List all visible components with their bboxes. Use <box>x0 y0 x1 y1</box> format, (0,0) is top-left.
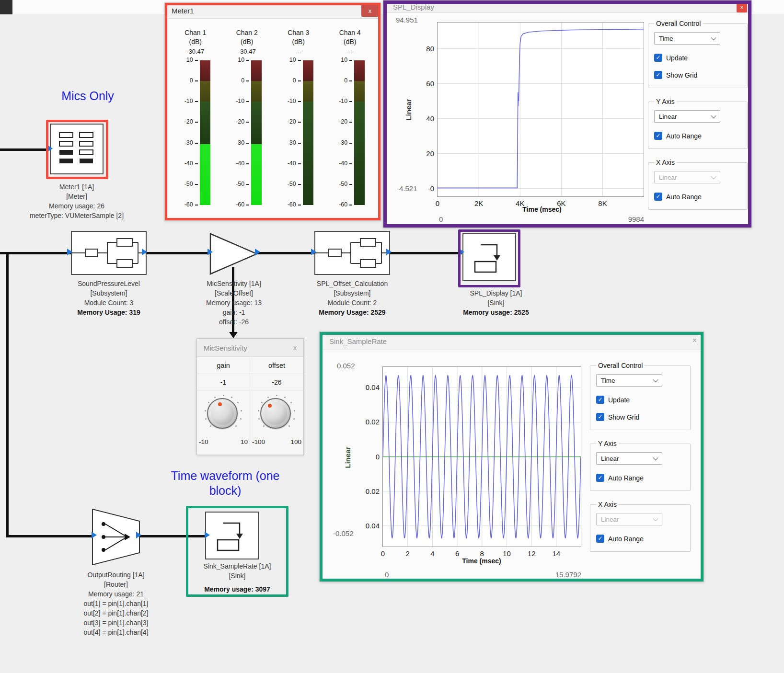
block-meter1[interactable] <box>50 124 104 174</box>
knob-value: -26 <box>250 374 303 390</box>
sink-samplerate-window: Sink_SampleRate × 0.052 -0.052 Linear 0.… <box>319 331 704 582</box>
y-axis-scale-dropdown[interactable]: Linear <box>596 452 662 465</box>
y-max-readout: 0.052 <box>337 362 355 370</box>
y-axis-title: Linear <box>404 99 413 120</box>
y-axis-scale-dropdown[interactable]: Linear <box>654 110 720 123</box>
input-port-icon <box>67 249 72 255</box>
block-sink-samplerate[interactable] <box>205 512 259 559</box>
knob-indicator <box>218 402 222 406</box>
sink-plot-canvas <box>383 367 581 547</box>
x-start-readout: 0 <box>385 570 389 579</box>
micsensitivity-window-titlebar[interactable]: MicSensitivity x <box>197 339 303 357</box>
input-port-icon <box>47 145 53 152</box>
x-end-readout: 9984 <box>609 215 644 223</box>
close-button[interactable]: x <box>361 5 379 17</box>
knob-indicator <box>268 404 272 408</box>
sink-samplerate-window-titlebar[interactable]: Sink_SampleRate × <box>320 332 703 350</box>
update-checkbox[interactable]: ✓ Update <box>596 396 684 404</box>
output-port-icon <box>142 249 147 255</box>
y-auto-range-checkbox[interactable]: ✓ Auto Range <box>654 132 741 140</box>
overall-control-group: Overall Control Time ✓ Update ✓ Show Gri… <box>590 362 691 430</box>
overall-control-legend: Overall Control <box>596 362 645 369</box>
wire <box>256 252 315 254</box>
wire <box>138 535 207 537</box>
chevron-down-icon <box>711 174 716 179</box>
y-auto-range-checkbox[interactable]: ✓ Auto Range <box>596 474 684 482</box>
channel-value: --- <box>347 48 353 57</box>
time-display-dropdown[interactable]: Time <box>654 32 720 45</box>
y-axis-legend: Y Axis <box>596 440 619 447</box>
spl-display-block-label: SPL_Display [1A][Sink]Memory usage: 2525 <box>453 288 539 317</box>
knob-min: -10 <box>199 438 208 445</box>
block-spl-display[interactable] <box>462 233 516 281</box>
block-mic-sensitivity[interactable] <box>209 233 258 275</box>
checkbox-label: Show Grid <box>666 71 697 79</box>
block-spl-offset-calculation[interactable] <box>314 231 390 275</box>
wire <box>145 252 211 254</box>
output-port-icon <box>136 532 141 538</box>
gain-knob[interactable] <box>207 398 238 429</box>
input-port-icon <box>459 249 464 255</box>
checkbox-checked-icon: ✓ <box>596 474 604 482</box>
spl-display-window-titlebar[interactable]: SPL_Display × <box>383 0 751 13</box>
checkbox-checked-icon: ✓ <box>596 396 604 404</box>
spl-control-panel: Overall Control Time ✓ Update ✓ Show Gri… <box>648 20 748 210</box>
offset-knob[interactable] <box>260 398 291 429</box>
meter1-window-titlebar[interactable]: Meter1 x <box>165 3 380 19</box>
chevron-down-icon <box>653 516 658 521</box>
dropdown-value: Time <box>601 377 615 384</box>
block-output-routing[interactable] <box>92 509 140 565</box>
x-auto-range-checkbox[interactable]: ✓ Auto Range <box>596 535 684 543</box>
meter-bar <box>303 60 313 205</box>
input-port-icon <box>92 532 97 538</box>
checkbox-checked-icon: ✓ <box>596 535 604 543</box>
block-sound-pressure-level[interactable] <box>71 231 147 275</box>
dropdown-value: Linear <box>601 455 619 462</box>
y-axis-title: Linear <box>344 446 352 468</box>
show-grid-checkbox[interactable]: ✓ Show Grid <box>596 413 684 421</box>
x-axis-scale-dropdown[interactable]: Linear <box>596 513 662 525</box>
sink-icon <box>207 513 257 558</box>
channel-name: Chan 4(dB) <box>339 28 361 46</box>
sink-control-panel: Overall Control Time ✓ Update ✓ Show Gri… <box>590 362 691 552</box>
update-checkbox[interactable]: ✓ Update <box>654 54 741 62</box>
wire <box>0 148 48 151</box>
y-min-readout: -4.521 <box>397 184 417 193</box>
y-max-readout: 94.951 <box>396 16 418 24</box>
show-grid-checkbox[interactable]: ✓ Show Grid <box>654 71 741 79</box>
checkbox-checked-icon: ✓ <box>596 413 604 421</box>
sound-pressure-level-block-label: SoundPressureLevel[Subsystem]Module Coun… <box>61 279 157 317</box>
dropdown-value: Linear <box>601 516 619 523</box>
time-waveform-label: Time waveform (one block) <box>153 468 297 498</box>
meter-channel: Chan 1(dB)-30.47100-10-20-30-40-50-60 <box>170 28 221 210</box>
sink-icon <box>464 235 514 279</box>
meter-channel: Chan 2(dB)-30.47100-10-20-30-40-50-60 <box>221 28 273 210</box>
time-display-dropdown[interactable]: Time <box>596 374 662 387</box>
channel-value: --- <box>295 48 301 57</box>
inspector-arrow-head-icon <box>229 332 238 338</box>
knob-min: -100 <box>252 438 265 445</box>
channel-name: Chan 2(dB) <box>236 28 258 46</box>
dropdown-value: Linear <box>659 113 677 120</box>
x-auto-range-checkbox[interactable]: ✓ Auto Range <box>654 193 741 201</box>
spl-plot-canvas <box>438 23 644 196</box>
close-button[interactable]: x <box>293 343 297 353</box>
close-button[interactable]: × <box>692 336 697 345</box>
x-axis-group: X Axis Linear ✓ Auto Range <box>648 159 748 210</box>
canvas-corner-patch <box>0 0 12 14</box>
close-button[interactable]: × <box>737 3 747 12</box>
mic-sensitivity-block-label: MicSensitivity [1A][ScaleOffset]Memory u… <box>191 279 277 327</box>
checkbox-label: Update <box>666 54 688 62</box>
scale-offset-triangle-icon <box>210 234 257 274</box>
window-title: Meter1 <box>172 7 194 15</box>
meter1-window: Meter1 x Chan 1(dB)-30.47100-10-20-30-40… <box>164 2 381 221</box>
y-axis-legend: Y Axis <box>654 98 677 105</box>
dropdown-value: Linear <box>659 174 677 181</box>
chevron-down-icon <box>711 113 716 118</box>
x-axis-scale-dropdown[interactable]: Linear <box>654 171 720 183</box>
meter-bar <box>354 60 365 205</box>
dropdown-value: Time <box>659 35 673 42</box>
knob-max: 100 <box>290 438 301 445</box>
y-min-readout: -0.052 <box>333 529 354 537</box>
checkbox-checked-icon: ✓ <box>654 193 662 201</box>
